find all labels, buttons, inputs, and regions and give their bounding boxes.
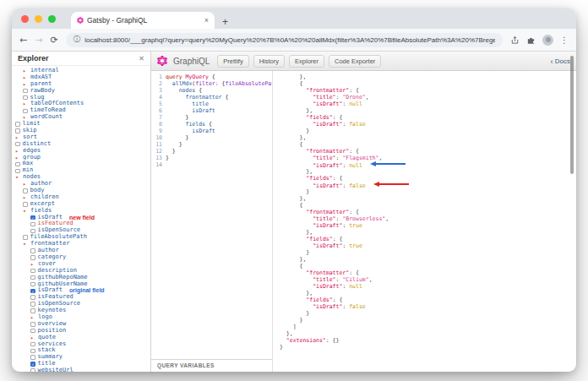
checkbox-unchecked[interactable] [23,89,28,94]
explorer-row-isOpenSource[interactable]: isOpenSource [12,301,150,308]
expand-caret-icon[interactable]: ▸ [15,149,20,154]
explorer-row-position[interactable]: position [12,328,150,335]
collapse-caret-icon[interactable]: ▾ [23,242,28,247]
explorer-row-logo[interactable]: ▸logo [12,314,150,321]
explorer-row-quote[interactable]: ▸quote [12,335,150,341]
profile-avatar[interactable] [542,35,553,46]
explorer-row-frontmatter[interactable]: ▾frontmatter [12,241,150,248]
checkbox-unchecked[interactable] [15,128,20,133]
explorer-row-stack[interactable]: stack [12,347,150,354]
site-info-icon[interactable]: ⓘ [74,35,81,45]
toolbar-button-explorer[interactable]: Explorer [289,55,324,68]
collapse-caret-icon[interactable]: ▾ [23,209,28,214]
checkbox-unchecked[interactable] [30,275,35,280]
explorer-row-services[interactable]: services [12,341,150,348]
checkbox-unchecked[interactable] [23,109,28,114]
response-line: "title": "Browserless", [280,215,576,222]
minimize-window-button[interactable] [35,15,42,23]
docs-button[interactable]: ‹ Docs [551,57,570,66]
explorer-close-icon[interactable]: ✕ [139,54,144,63]
response-line: ] [280,324,576,330]
browser-tab[interactable]: Gatsby - GraphiQL × [71,12,215,29]
response-pane[interactable]: }, { "frontmatter": { "title": "Drone", … [273,71,576,372]
expand-caret-icon[interactable]: ▸ [23,101,28,106]
checkbox-unchecked[interactable] [30,282,35,287]
back-icon[interactable]: ← [19,35,27,45]
expand-caret-icon[interactable]: ▸ [23,182,28,187]
explorer-row-isDraft[interactable]: isDraftoriginal field [12,287,150,294]
address-bar[interactable]: ⓘ localhost:8000/___graphql?query=query%… [66,33,503,47]
expand-caret-icon[interactable]: ▸ [30,262,35,267]
checkbox-checked[interactable] [30,362,35,367]
explorer-row-overview[interactable]: overview [12,321,150,328]
explorer-row-githubUserName[interactable]: githubUserName [12,281,150,288]
overflow-menu-icon[interactable]: ⋮ [560,35,569,45]
checkbox-unchecked[interactable] [23,235,28,240]
response-scrollbar-thumb[interactable] [570,56,574,174]
explorer-field-tree[interactable]: ▸internal▸mdxAST▸parentrawBodyslug▸table… [12,66,150,372]
expand-caret-icon[interactable]: ▸ [30,315,35,320]
zoom-window-button[interactable] [48,15,56,23]
explorer-row-cover[interactable]: ▸cover [12,261,150,268]
tab-favicon-graphql-icon [77,17,84,24]
expand-caret-icon[interactable]: ▸ [15,135,20,140]
checkbox-checked[interactable] [30,289,35,294]
checkbox-unchecked[interactable] [15,122,20,127]
share-icon[interactable] [510,35,520,45]
explorer-row-isFeatured[interactable]: isFeatured [12,220,150,227]
checkbox-unchecked[interactable] [30,308,35,313]
response-line: "extensions": {} [280,337,576,344]
checkbox-unchecked[interactable] [23,188,28,193]
checkbox-unchecked[interactable] [30,255,35,260]
checkbox-unchecked[interactable] [30,322,35,327]
expand-caret-icon[interactable]: ▸ [15,155,20,161]
extensions-icon[interactable] [526,35,536,45]
graphiql-toolbar: GraphiQL PrettifyHistoryExplorerCode Exp… [151,52,576,71]
new-tab-button[interactable]: + [222,17,228,27]
toolbar-button-code-exporter[interactable]: Code Exporter [329,55,381,68]
checkbox-unchecked[interactable] [30,355,35,360]
query-variables-bar[interactable]: QUERY VARIABLES [151,359,272,372]
explorer-row-author[interactable]: author [12,248,150,254]
close-window-button[interactable] [21,15,29,23]
checkbox-checked[interactable] [30,215,35,220]
checkbox-unchecked[interactable] [15,142,20,147]
toolbar-button-history[interactable]: History [253,55,285,68]
graphiql-title: GraphiQL [173,57,210,66]
explorer-row-websiteUrl[interactable]: websiteUrl [12,367,150,372]
explorer-row-title[interactable]: title [12,361,150,367]
checkbox-unchecked[interactable] [23,95,28,101]
expand-caret-icon[interactable]: ▸ [23,68,28,73]
checkbox-unchecked[interactable] [30,222,35,227]
explorer-row-fields[interactable]: ▾fields [12,208,150,215]
response-line: "isDraft": true [280,242,576,249]
forward-icon[interactable]: → [35,35,42,45]
checkbox-unchecked[interactable] [30,342,35,347]
expand-caret-icon[interactable]: ▸ [23,82,28,87]
checkbox-unchecked[interactable] [23,202,28,207]
explorer-row-summary[interactable]: summary [12,354,150,361]
checkbox-unchecked[interactable] [30,269,35,274]
tab-close-icon[interactable]: × [204,16,209,24]
explorer-row-keynotes[interactable]: keynotes [12,308,150,314]
checkbox-unchecked[interactable] [30,349,35,354]
expand-caret-icon[interactable]: ▸ [23,75,28,80]
checkbox-unchecked[interactable] [30,248,35,253]
explorer-row-isDraft[interactable]: isDraftnew field [12,215,150,221]
expand-caret-icon[interactable]: ▸ [30,335,35,340]
checkbox-unchecked[interactable] [30,368,35,372]
checkbox-unchecked[interactable] [15,162,20,167]
collapse-caret-icon[interactable]: ▾ [15,175,20,180]
expand-caret-icon[interactable]: ▸ [23,195,28,200]
explorer-row-category[interactable]: category [12,254,150,261]
query-editor[interactable]: 1query MyQuery {2 allMdx(filter: {fileAb… [151,71,273,372]
checkbox-unchecked[interactable] [30,302,35,307]
checkbox-unchecked[interactable] [15,169,20,174]
checkbox-unchecked[interactable] [30,329,35,334]
checkbox-unchecked[interactable] [30,295,35,300]
reload-icon[interactable]: ⟳ [50,35,57,45]
explorer-row-isFeatured[interactable]: isFeatured [12,294,150,301]
checkbox-unchecked[interactable] [30,229,35,234]
response-lines: }, { "frontmatter": { "title": "Drone", … [280,73,576,351]
toolbar-button-prettify[interactable]: Prettify [217,55,248,68]
